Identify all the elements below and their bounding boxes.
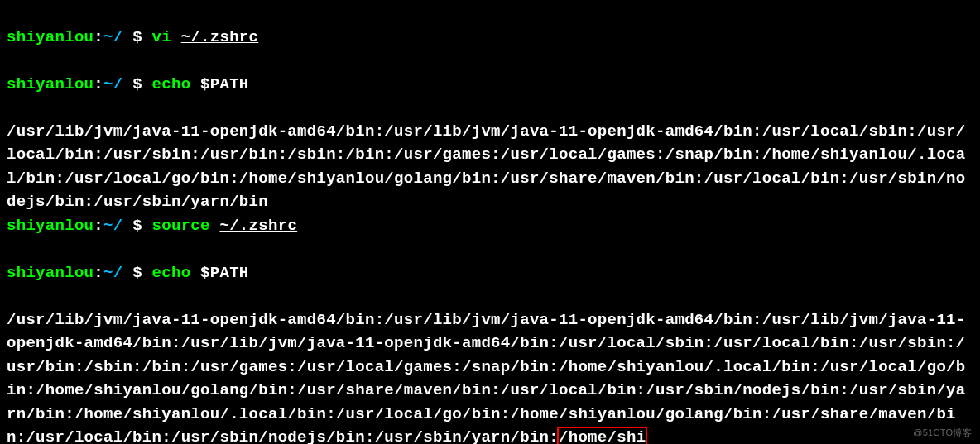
- prompt-sep: :: [94, 217, 103, 235]
- prompt-line-1: shiyanlou:~/ $ vi ~/.zshrc: [7, 26, 973, 50]
- prompt-user: shiyanlou: [7, 75, 94, 93]
- terminal-output[interactable]: shiyanlou:~/ $ vi ~/.zshrc shiyanlou:~/ …: [7, 2, 973, 444]
- prompt-path: ~/: [103, 28, 122, 46]
- arg-path-1: $PATH: [200, 75, 249, 93]
- output-path-1: /usr/lib/jvm/java-11-openjdk-amd64/bin:/…: [7, 122, 965, 212]
- command-vi: vi: [152, 28, 171, 46]
- highlight-home-shiyanlou-1: /home/shi: [557, 427, 647, 444]
- prompt-user: shiyanlou: [7, 264, 94, 282]
- prompt-sep: :: [94, 28, 103, 46]
- prompt-user: shiyanlou: [7, 28, 94, 46]
- arg-zshrc-2: ~/.zshrc: [219, 217, 297, 235]
- prompt-sep: :: [94, 264, 103, 282]
- command-echo-1: echo: [152, 75, 191, 93]
- prompt-line-4: shiyanlou:~/ $ echo $PATH: [7, 261, 973, 285]
- prompt-user: shiyanlou: [7, 217, 94, 235]
- output-path-2: /usr/lib/jvm/java-11-openjdk-amd64/bin:/…: [7, 311, 965, 445]
- prompt-dollar: $: [122, 217, 151, 235]
- prompt-sep: :: [94, 75, 103, 93]
- command-source: source: [152, 217, 210, 235]
- prompt-line-3: shiyanlou:~/ $ source ~/.zshrc: [7, 214, 973, 238]
- output-path-2-pre: /usr/lib/jvm/java-11-openjdk-amd64/bin:/…: [7, 311, 965, 445]
- prompt-path: ~/: [103, 264, 122, 282]
- prompt-path: ~/: [103, 217, 122, 235]
- prompt-dollar: $: [122, 264, 151, 282]
- prompt-path: ~/: [103, 75, 122, 93]
- command-echo-2: echo: [152, 264, 191, 282]
- arg-zshrc-1: ~/.zshrc: [181, 28, 259, 46]
- prompt-dollar: $: [122, 75, 151, 93]
- watermark-text: @51CTO博客: [913, 426, 972, 440]
- prompt-dollar: $: [122, 28, 151, 46]
- prompt-line-2: shiyanlou:~/ $ echo $PATH: [7, 73, 973, 97]
- arg-path-2: $PATH: [200, 264, 249, 282]
